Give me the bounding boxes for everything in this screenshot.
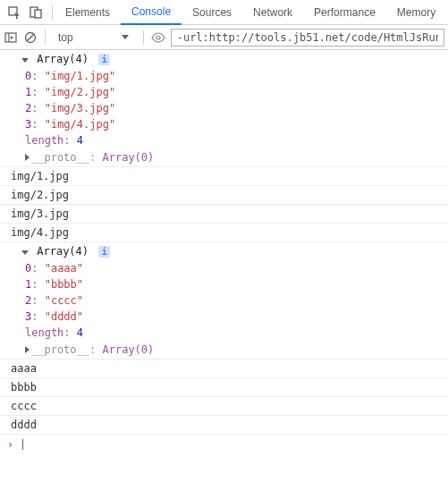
log-text: img/3.jpg — [11, 207, 69, 220]
svg-marker-5 — [11, 36, 13, 39]
array-entry: 2: "img/3.jpg" — [0, 100, 448, 116]
log-line: img/1.jpg — [0, 167, 448, 186]
tab-memory[interactable]: Memory — [386, 0, 446, 25]
expand-icon[interactable] — [25, 346, 30, 353]
tabs-container: Elements Console Sources Network Perform… — [55, 0, 446, 25]
array-entry: 2: "cccc" — [0, 292, 448, 309]
svg-rect-2 — [35, 10, 41, 18]
entry-value: "dddd" — [45, 310, 83, 323]
console-output: Array(4) i 0: "img/1.jpg" 1: "img/2.jpg"… — [0, 50, 448, 454]
tab-label: Sources — [192, 6, 232, 19]
log-text: img/2.jpg — [11, 189, 69, 201]
expand-icon[interactable] — [25, 154, 30, 161]
text-cursor — [22, 439, 23, 450]
array-entry: 3: "dddd" — [0, 309, 448, 325]
array-length: length: 4 — [0, 325, 448, 341]
tab-label: Elements — [65, 6, 110, 19]
log-line: aaaa — [0, 360, 448, 378]
log-line: dddd — [0, 416, 448, 435]
device-toggle-icon[interactable] — [29, 5, 43, 20]
log-text: bbbb — [11, 381, 37, 394]
log-text: img/4.jpg — [11, 226, 69, 239]
array-header: Array(4) — [37, 53, 89, 65]
log-line: cccc — [0, 397, 448, 416]
info-icon[interactable]: i — [98, 54, 110, 65]
entry-value: "aaaa" — [45, 262, 83, 275]
live-expression-icon[interactable] — [151, 30, 165, 45]
log-text: cccc — [11, 400, 37, 412]
devtools-tab-bar: Elements Console Sources Network Perform… — [0, 0, 448, 25]
dropdown-icon — [122, 35, 129, 39]
proto-value: Array(0) — [102, 343, 154, 356]
entry-value: "cccc" — [45, 294, 83, 307]
tab-label: Performance — [314, 6, 376, 19]
tab-label: Memory — [397, 6, 435, 19]
context-selector[interactable]: top — [53, 31, 136, 44]
sidebar-toggle-icon[interactable] — [4, 30, 18, 45]
log-line: bbbb — [0, 378, 448, 397]
info-icon[interactable]: i — [98, 246, 110, 258]
length-key: length — [25, 326, 63, 339]
console-toolbar: top — [0, 25, 448, 50]
tab-performance[interactable]: Performance — [303, 0, 386, 25]
array-entry: 3: "img/4.jpg" — [0, 116, 448, 132]
proto-key: __proto__ — [31, 343, 89, 356]
entry-value: "bbbb" — [45, 278, 83, 291]
array-expanded[interactable]: Array(4) i — [0, 242, 448, 260]
array-entry: 0: "img/1.jpg" — [0, 68, 448, 84]
entry-value: "img/2.jpg" — [45, 86, 115, 98]
tab-console[interactable]: Console — [121, 0, 182, 25]
tab-network[interactable]: Network — [242, 0, 303, 25]
log-text: dddd — [11, 419, 37, 431]
inspect-icon[interactable] — [7, 5, 21, 20]
array-proto[interactable]: __proto__: Array(0) — [0, 148, 448, 167]
array-expanded[interactable]: Array(4) i — [0, 50, 448, 68]
array-header: Array(4) — [37, 245, 89, 258]
tab-label: Network — [253, 6, 292, 19]
context-label: top — [58, 31, 73, 44]
svg-line-7 — [27, 34, 34, 41]
proto-value: Array(0) — [102, 151, 154, 164]
array-length: length: 4 — [0, 132, 448, 148]
entry-value: "img/4.jpg" — [45, 118, 115, 131]
length-key: length — [25, 134, 63, 147]
array-entry: 1: "img/2.jpg" — [0, 84, 448, 100]
clear-console-icon[interactable] — [23, 30, 38, 45]
log-line: img/4.jpg — [0, 224, 448, 242]
array-entry: 1: "bbbb" — [0, 276, 448, 292]
entry-value: "img/1.jpg" — [45, 70, 115, 82]
chevron-right-icon: › — [7, 436, 13, 453]
log-text: img/1.jpg — [11, 170, 69, 182]
log-line: img/2.jpg — [0, 186, 448, 205]
length-value: 4 — [77, 134, 83, 147]
collapse-icon[interactable] — [21, 58, 29, 63]
length-value: 4 — [77, 326, 83, 339]
tab-elements[interactable]: Elements — [55, 0, 121, 25]
log-line: img/3.jpg — [0, 205, 448, 224]
svg-point-8 — [156, 36, 160, 39]
array-proto[interactable]: __proto__: Array(0) — [0, 341, 448, 360]
tab-sources[interactable]: Sources — [182, 0, 242, 25]
entry-value: "img/3.jpg" — [45, 102, 115, 114]
filter-input[interactable] — [171, 29, 444, 47]
proto-key: __proto__ — [31, 151, 89, 164]
array-entry: 0: "aaaa" — [0, 260, 448, 276]
console-prompt[interactable]: › — [0, 435, 448, 454]
collapse-icon[interactable] — [21, 250, 29, 255]
tab-label: Console — [131, 5, 171, 18]
log-text: aaaa — [11, 362, 37, 375]
